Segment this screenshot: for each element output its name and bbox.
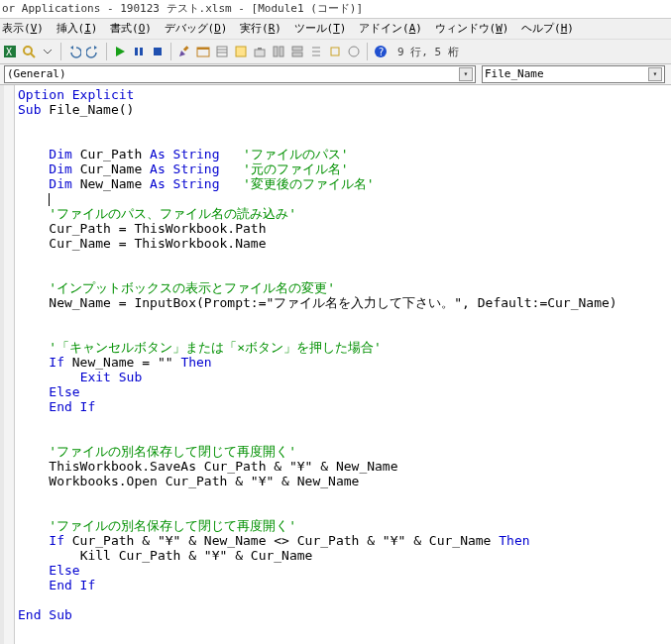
code-token: Kill Cur_Path & "¥" & Cur_Name: [80, 548, 313, 563]
menu-help[interactable]: ヘルプ(H): [521, 22, 574, 35]
code-content[interactable]: Option Explicit Sub File_Name() Dim Cur_…: [18, 87, 671, 622]
code-token: As String: [150, 176, 243, 191]
svg-rect-18: [292, 47, 302, 51]
svg-line-3: [31, 54, 35, 57]
code-token: Dim: [49, 176, 79, 191]
chevron-down-icon: ▾: [648, 67, 662, 81]
tool-icon[interactable]: [271, 44, 286, 59]
text-cursor: [49, 193, 50, 206]
object-browser-icon[interactable]: [233, 44, 249, 59]
code-nav-bar: (General) ▾ File_Name ▾: [0, 64, 671, 85]
menu-window[interactable]: ウィンドウ(W): [435, 22, 509, 35]
menu-view[interactable]: 表示(V): [2, 22, 44, 35]
dropdown-icon[interactable]: [40, 44, 56, 59]
margin-bar: [4, 85, 15, 644]
separator: [367, 43, 368, 60]
code-token: Workbooks.Open Cur_Path & "¥" & New_Name: [49, 474, 359, 488]
code-comment: 'ファイルのパス、ファイル名の読み込み': [49, 206, 296, 221]
code-token: Sub: [18, 102, 49, 117]
svg-rect-13: [236, 47, 246, 56]
find-icon[interactable]: [21, 44, 37, 59]
menu-tools[interactable]: ツール(T): [294, 22, 347, 35]
svg-rect-16: [274, 47, 278, 56]
code-token: Else: [49, 384, 79, 399]
svg-text:X: X: [6, 47, 12, 57]
tool2-icon[interactable]: [289, 44, 305, 59]
code-token: File_Name(): [49, 102, 134, 117]
code-editor[interactable]: Option Explicit Sub File_Name() Dim Cur_…: [0, 85, 671, 644]
menu-format[interactable]: 書式(O): [110, 22, 152, 35]
code-token: Cur_Path = ThisWorkbook.Path: [49, 221, 266, 236]
code-comment: '「キャンセルボタン」または「×ボタン」を押した場合': [49, 340, 381, 355]
code-comment: '変更後のファイル名': [243, 176, 375, 191]
code-token: Dim: [49, 147, 79, 161]
help-icon[interactable]: ?: [373, 44, 389, 59]
menu-run[interactable]: 実行(R): [240, 22, 281, 35]
svg-point-2: [24, 47, 32, 54]
code-comment: '元のファイル名': [243, 161, 349, 176]
svg-rect-10: [217, 47, 227, 56]
code-token: Cur_Name = ThisWorkbook.Name: [49, 236, 266, 251]
menu-bar: 表示(V) 挿入(I) 書式(O) デバッグ(D) 実行(R) ツール(T) ア…: [0, 19, 671, 40]
chevron-down-icon: ▾: [459, 67, 473, 81]
code-token: Exit Sub: [80, 370, 143, 384]
code-token: New_Name: [80, 176, 150, 191]
code-token: Cur_Path: [80, 147, 150, 161]
separator: [170, 43, 171, 60]
toolbox-icon[interactable]: [252, 44, 268, 59]
tool4-icon[interactable]: [327, 44, 343, 59]
svg-rect-15: [258, 48, 262, 50]
menu-debug[interactable]: デバッグ(D): [165, 22, 228, 35]
svg-text:?: ?: [379, 47, 385, 57]
code-token: End If: [49, 399, 95, 414]
code-token: As String: [150, 147, 243, 161]
svg-rect-17: [280, 47, 283, 56]
object-dropdown[interactable]: (General) ▾: [4, 65, 476, 83]
svg-rect-19: [292, 53, 302, 56]
undo-icon[interactable]: [66, 44, 82, 59]
code-comment: 'インプットボックスの表示とファイル名の変更': [49, 280, 335, 295]
reset-icon[interactable]: [150, 44, 166, 59]
procedure-dropdown-value: File_Name: [485, 67, 544, 81]
menu-insert[interactable]: 挿入(I): [56, 22, 98, 35]
code-token: Option Explicit: [18, 87, 134, 102]
code-token: If: [49, 355, 71, 370]
object-dropdown-value: (General): [7, 67, 66, 81]
excel-icon[interactable]: X: [2, 44, 18, 59]
svg-rect-23: [331, 48, 339, 55]
code-token: End Sub: [18, 607, 72, 622]
svg-rect-5: [140, 48, 143, 55]
svg-point-24: [349, 47, 359, 56]
code-comment: 'ファイルの別名保存して閉じて再度開く': [49, 444, 296, 459]
run-icon[interactable]: [112, 44, 128, 59]
procedure-dropdown[interactable]: File_Name ▾: [482, 65, 665, 83]
break-icon[interactable]: [131, 44, 147, 59]
code-token: Cur_Name: [80, 161, 150, 176]
redo-icon[interactable]: [85, 44, 101, 59]
code-token: As String: [150, 161, 243, 176]
properties-icon[interactable]: [214, 44, 230, 59]
svg-rect-7: [183, 46, 189, 52]
code-token: Dim: [49, 161, 79, 176]
project-explorer-icon[interactable]: [195, 44, 211, 59]
separator: [106, 43, 107, 60]
code-token: ThisWorkbook.SaveAs Cur_Path & "¥" & New…: [49, 459, 397, 474]
design-mode-icon[interactable]: [176, 44, 192, 59]
code-token: Then: [499, 533, 529, 548]
code-token: Then: [180, 355, 211, 370]
code-token: End If: [49, 578, 95, 592]
svg-rect-6: [154, 48, 162, 55]
code-token: New_Name = "": [72, 355, 181, 370]
tool3-icon[interactable]: [308, 44, 324, 59]
code-token: Else: [49, 563, 79, 578]
code-token: Cur_Path & "¥" & New_Name <> Cur_Path & …: [72, 533, 499, 548]
separator: [60, 43, 61, 60]
svg-rect-4: [135, 48, 138, 55]
window-title: or Applications - 190123 テスト.xlsm - [Mod…: [0, 0, 671, 19]
code-comment: 'ファイルの別名保存して閉じて再度開く': [49, 518, 296, 533]
toolbar: X ? 9 行, 5 桁: [0, 40, 671, 64]
menu-addin[interactable]: アドイン(A): [359, 22, 422, 35]
window-title-text: or Applications - 190123 テスト.xlsm - [Mod…: [2, 2, 363, 15]
svg-rect-14: [255, 50, 265, 56]
tool5-icon[interactable]: [346, 44, 362, 59]
